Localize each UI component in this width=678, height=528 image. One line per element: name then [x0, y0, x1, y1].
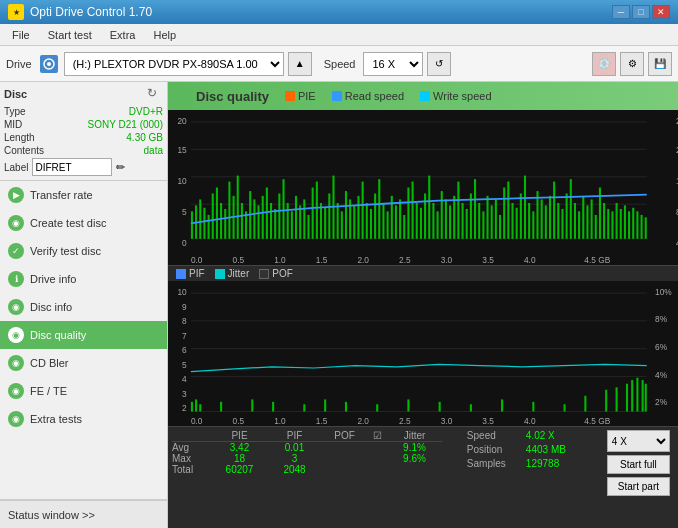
drive-select[interactable]: (H:) PLEXTOR DVDR PX-890SA 1.00	[64, 52, 284, 76]
sidebar-item-drive-info[interactable]: ℹ Drive info	[0, 265, 167, 293]
speed-val: 4.02 X	[526, 430, 555, 441]
disc-label-input[interactable]	[32, 158, 112, 176]
sidebar-navigation: ▶ Transfer rate ◉ Create test disc ✓ Ver…	[0, 181, 167, 433]
svg-rect-82	[457, 182, 459, 239]
svg-text:0: 0	[182, 237, 187, 248]
svg-rect-118	[607, 209, 609, 239]
sidebar-item-label: FE / TE	[30, 385, 67, 397]
svg-rect-93	[503, 188, 505, 239]
legend-write-speed: Write speed	[420, 90, 492, 102]
sidebar-item-fe-te[interactable]: ◉ FE / TE	[0, 377, 167, 405]
sidebar-item-label: Drive info	[30, 273, 76, 285]
stats-header-check: ☑	[367, 430, 387, 442]
svg-rect-67	[395, 205, 397, 238]
svg-rect-79	[445, 199, 447, 238]
sidebar-item-label: CD Bler	[30, 357, 69, 369]
svg-text:0.0: 0.0	[191, 415, 203, 426]
svg-text:20: 20	[177, 116, 186, 127]
sidebar-item-disc-info[interactable]: ◉ Disc info	[0, 293, 167, 321]
svg-rect-61	[370, 209, 372, 239]
svg-text:6: 6	[182, 345, 187, 356]
menu-extra[interactable]: Extra	[102, 27, 144, 43]
settings-button[interactable]: ⚙	[620, 52, 644, 76]
samples-key: Samples	[467, 458, 522, 469]
svg-rect-37	[270, 203, 272, 239]
speed-key: Speed	[467, 430, 522, 441]
svg-rect-179	[636, 378, 638, 412]
stats-max-label: Max	[172, 453, 212, 464]
svg-rect-108	[566, 193, 568, 238]
svg-text:1.0: 1.0	[274, 415, 286, 426]
svg-rect-48	[316, 182, 318, 239]
svg-text:4.5 GB: 4.5 GB	[584, 254, 610, 265]
stats-header-pie: PIE	[212, 430, 267, 442]
speed-action-select[interactable]: 4 X	[607, 430, 670, 452]
status-window-button[interactable]: Status window >>	[0, 500, 167, 528]
svg-rect-120	[616, 203, 618, 239]
drive-icon	[40, 55, 58, 73]
start-full-button[interactable]: Start full	[607, 455, 670, 474]
main-area: Disc ↻ Type DVD+R MID SONY D21 (000) Len…	[0, 82, 678, 528]
sidebar-item-label: Extra tests	[30, 413, 82, 425]
svg-rect-80	[449, 205, 451, 238]
disc-button[interactable]: 💿	[592, 52, 616, 76]
svg-point-1	[47, 62, 51, 66]
stats-total-check	[367, 464, 387, 475]
samples-val: 129788	[526, 458, 559, 469]
stats-max-check	[367, 453, 387, 464]
sidebar-item-disc-quality[interactable]: ◉ Disc quality	[0, 321, 167, 349]
svg-text:0.5: 0.5	[233, 415, 245, 426]
svg-text:6%: 6%	[655, 341, 667, 352]
close-button[interactable]: ✕	[652, 5, 670, 19]
menu-file[interactable]: File	[4, 27, 38, 43]
svg-rect-46	[307, 215, 309, 239]
svg-rect-50	[324, 208, 326, 239]
svg-rect-94	[507, 182, 509, 239]
sidebar-item-verify-test-disc[interactable]: ✓ Verify test disc	[0, 237, 167, 265]
sidebar-item-extra-tests[interactable]: ◉ Extra tests	[0, 405, 167, 433]
svg-rect-71	[412, 182, 414, 239]
menu-help[interactable]: Help	[145, 27, 184, 43]
svg-text:2.0: 2.0	[357, 254, 369, 265]
legend-read-dot	[332, 91, 342, 101]
svg-rect-49	[320, 203, 322, 239]
svg-rect-60	[366, 203, 368, 239]
svg-rect-124	[632, 208, 634, 239]
svg-rect-73	[420, 208, 422, 239]
svg-rect-51	[328, 193, 330, 238]
save-button[interactable]: 💾	[648, 52, 672, 76]
maximize-button[interactable]: □	[632, 5, 650, 19]
svg-text:15: 15	[177, 144, 186, 155]
svg-rect-66	[391, 196, 393, 239]
svg-rect-41	[287, 203, 289, 239]
disc-label-edit-icon[interactable]: ✏	[116, 161, 125, 174]
status-window-label: Status window >>	[8, 509, 95, 521]
sidebar-item-cd-bler[interactable]: ◉ CD Bler	[0, 349, 167, 377]
svg-text:5: 5	[182, 359, 187, 370]
svg-rect-174	[584, 396, 586, 412]
stats-max-pif: 3	[267, 453, 322, 464]
speed-select[interactable]: 16 X	[363, 52, 423, 76]
svg-text:2.5: 2.5	[399, 415, 411, 426]
svg-text:8: 8	[182, 316, 187, 327]
pof-legend-dot	[259, 269, 269, 279]
verify-test-disc-icon: ✓	[8, 243, 24, 259]
refresh-button[interactable]: ↺	[427, 52, 451, 76]
jitter-legend-label: Jitter	[228, 268, 250, 279]
svg-rect-119	[611, 211, 613, 238]
svg-rect-89	[486, 196, 488, 239]
minimize-button[interactable]: ─	[612, 5, 630, 19]
disc-label-key: Label	[4, 162, 28, 173]
disc-refresh-button[interactable]: ↻	[147, 86, 163, 102]
svg-rect-111	[578, 211, 580, 238]
sidebar-item-create-test-disc[interactable]: ◉ Create test disc	[0, 209, 167, 237]
eject-button[interactable]: ▲	[288, 52, 312, 76]
drive-label: Drive	[6, 58, 32, 70]
menu-start-test[interactable]: Start test	[40, 27, 100, 43]
svg-rect-44	[299, 205, 301, 238]
svg-rect-55	[345, 191, 347, 239]
svg-rect-36	[266, 188, 268, 239]
sidebar-item-transfer-rate[interactable]: ▶ Transfer rate	[0, 181, 167, 209]
start-part-button[interactable]: Start part	[607, 477, 670, 496]
svg-rect-161	[220, 402, 222, 412]
